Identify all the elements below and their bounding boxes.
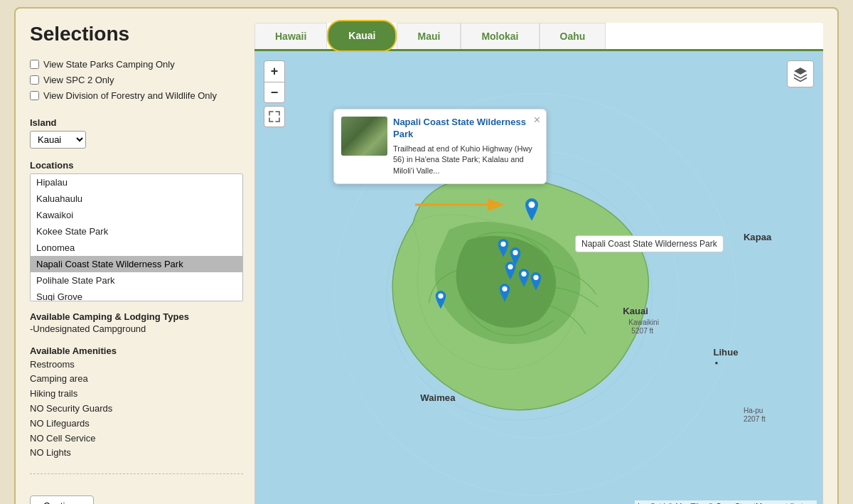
checkbox-spc2[interactable] [30, 75, 39, 85]
svg-text:Kauai: Kauai [623, 306, 648, 317]
zoom-in-button[interactable]: + [264, 60, 285, 82]
amenities-title: Available Amenities [30, 345, 243, 356]
list-item-selected[interactable]: Napali Coast State Wilderness Park [31, 256, 242, 272]
locations-label: Locations [30, 160, 243, 171]
list-item[interactable]: Kawaikoi [31, 207, 242, 223]
svg-point-19 [533, 275, 538, 280]
divider [30, 473, 243, 474]
tab-oahu[interactable]: Oahu [540, 23, 606, 49]
checkbox-label-1: View State Parks Camping Only [43, 58, 175, 71]
tab-hawaii[interactable]: Hawaii [254, 23, 327, 49]
tab-molokai[interactable]: Molokai [461, 23, 539, 49]
svg-text:Lihue: Lihue [713, 347, 738, 358]
layers-button[interactable] [787, 60, 814, 87]
amenity-no-lights: NO Lights [30, 446, 243, 461]
checkbox-row-3: View Division of Forestry and Wildlife O… [30, 90, 243, 102]
map-tooltip: Napali Coast State Wilderness Park [575, 235, 724, 252]
popup-close-button[interactable]: × [534, 114, 540, 127]
fullscreen-icon [269, 111, 280, 122]
list-item[interactable]: Kaluahaulu [31, 191, 242, 207]
continue-button[interactable]: Continue [30, 495, 94, 504]
amenity-restrooms: Restrooms [30, 358, 243, 372]
checkbox-label-3: View Division of Forestry and Wildlife O… [43, 90, 217, 102]
map-pin-polihale[interactable] [433, 291, 449, 313]
popup-title: Napali Coast State Wilderness Park [393, 117, 539, 141]
map-container: Kapaa Kauai Kawaikini 5207 ft Lihue ● Ha… [254, 51, 823, 504]
popup-text: Napali Coast State Wilderness Park Trail… [393, 117, 539, 176]
checkbox-row-1: View State Parks Camping Only [30, 58, 243, 71]
zoom-out-button[interactable]: − [264, 82, 285, 103]
popup-image [341, 117, 387, 156]
map-pin-7[interactable] [497, 284, 513, 306]
svg-point-17 [508, 264, 513, 269]
island-label: Island [30, 117, 243, 128]
svg-text:5207 ft: 5207 ft [631, 327, 653, 335]
amenity-no-security: NO Security Guards [30, 402, 243, 417]
amenities-section: Available Amenities Restrooms Camping ar… [30, 345, 243, 461]
locations-list[interactable]: Hipalau Kaluahaulu Kawaikoi Kokee State … [30, 173, 243, 301]
map-pin-napali[interactable] [522, 198, 542, 226]
arrow-svg [408, 187, 515, 222]
checkbox-label-2: View SPC 2 Only [43, 74, 114, 87]
camping-types-title: Available Camping & Lodging Types [30, 311, 243, 322]
arrow-indicator [408, 187, 515, 225]
svg-text:Waimea: Waimea [420, 392, 456, 403]
camping-type-item: -Undesignated Campground [30, 323, 243, 334]
map-attribution: Leaflet | © MapTiler © OpenStreetMap con… [635, 500, 817, 504]
svg-text:●: ● [714, 360, 718, 366]
svg-point-18 [521, 272, 526, 277]
left-panel: Selections View State Parks Camping Only… [30, 23, 243, 504]
svg-text:Kapaa: Kapaa [744, 232, 772, 242]
page-title: Selections [30, 23, 243, 45]
list-item[interactable]: Sugi Grove [31, 289, 242, 301]
amenity-no-lifeguards: NO Lifeguards [30, 417, 243, 431]
zoom-controls: + − [264, 60, 285, 103]
list-item[interactable]: Polihale State Park [31, 272, 242, 289]
tab-kauai[interactable]: Kauai [327, 20, 397, 52]
list-item[interactable]: Lonomea [31, 240, 242, 256]
popup-content: Napali Coast State Wilderness Park Trail… [341, 117, 539, 176]
popup-description: Trailhead at end of Kuhio Highway (Hwy 5… [393, 144, 539, 176]
svg-point-21 [438, 294, 443, 299]
tab-maui[interactable]: Maui [397, 23, 461, 49]
svg-point-15 [500, 242, 505, 247]
checkbox-state-parks[interactable] [30, 60, 39, 69]
svg-point-14 [529, 202, 535, 208]
svg-text:2207 ft: 2207 ft [744, 415, 766, 423]
layers-icon [793, 66, 808, 82]
fullscreen-button[interactable] [264, 106, 285, 127]
checkboxes-group: View State Parks Camping Only View SPC 2… [30, 58, 243, 106]
right-panel: Hawaii Kauai Maui Molokai Oahu [254, 23, 823, 504]
amenity-no-cell: NO Cell Service [30, 431, 243, 446]
list-item[interactable]: Kokee State Park [31, 223, 242, 240]
amenity-camping: Camping area [30, 372, 243, 387]
map-popup: × Napali Coast State Wilderness Park Tra… [333, 109, 547, 184]
camping-types-section: Available Camping & Lodging Types -Undes… [30, 311, 243, 334]
island-select[interactable]: Hawaii Kauai Maui Molokai Oahu [30, 131, 86, 149]
svg-text:Ha-pu: Ha-pu [744, 407, 763, 414]
main-container: Selections View State Parks Camping Only… [14, 7, 839, 504]
svg-point-16 [513, 250, 517, 255]
checkbox-row-2: View SPC 2 Only [30, 74, 243, 87]
svg-point-20 [502, 286, 507, 291]
locations-section: Locations Hipalau Kaluahaulu Kawaikoi Ko… [30, 160, 243, 301]
tabs-row: Hawaii Kauai Maui Molokai Oahu [254, 23, 823, 51]
svg-text:Kawaikini: Kawaikini [628, 318, 659, 326]
amenity-hiking: Hiking trails [30, 387, 243, 402]
island-section: Island Hawaii Kauai Maui Molokai Oahu [30, 117, 243, 149]
checkbox-forestry[interactable] [30, 91, 39, 100]
list-item[interactable]: Hipalau [31, 174, 242, 191]
map-pin-6[interactable] [528, 272, 544, 295]
